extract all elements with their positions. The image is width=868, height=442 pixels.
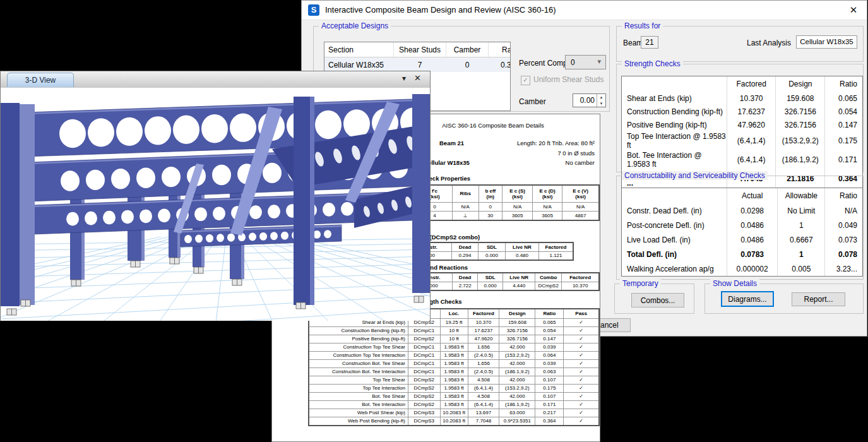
- table-cell: Construction Top Tee Shear: [309, 343, 408, 352]
- table-cell: ⊥: [452, 212, 479, 221]
- table-cell: 4.508: [468, 393, 499, 401]
- column-header: Factored: [468, 309, 499, 319]
- table-row: Bot. Tee Interaction @ 1.9583 ft(6.4,1.4…: [622, 150, 862, 169]
- table-cell: 0.480: [506, 252, 539, 261]
- 3d-view-window: 3-D View ▾ ✕: [0, 71, 431, 321]
- table-cell: 42.000: [499, 393, 535, 401]
- table-cell: DCmpS2: [408, 335, 440, 343]
- table-cell: Construction Bending (kip-ft): [309, 327, 408, 335]
- camber-spinner[interactable]: 0.00 ▲ ▼: [573, 93, 606, 107]
- table-cell: DCmpC1: [408, 352, 440, 360]
- table-cell: 19.25 ft: [440, 319, 468, 327]
- end-reactions-heading: End Reactions: [426, 264, 468, 271]
- uniform-shear-studs-checkbox[interactable]: ✓: [521, 76, 530, 85]
- diagrams-button[interactable]: Diagrams...: [721, 291, 774, 307]
- table-cell: 0.175: [535, 385, 564, 393]
- table-cell: (2.4,0.5): [468, 368, 499, 376]
- table-cell: Positive Bending (kip-ft): [622, 118, 727, 131]
- column-header: Ribs: [452, 185, 479, 203]
- spinner-up-icon[interactable]: ▲: [597, 94, 605, 100]
- table-row[interactable]: Cellular W18x35700.364: [324, 57, 511, 73]
- dialog-title: Interactive Composite Beam Design and Re…: [325, 5, 556, 15]
- column-header: Pass: [564, 309, 599, 319]
- column-header: [622, 188, 727, 203]
- spinner-buttons[interactable]: ▲ ▼: [597, 94, 605, 107]
- table-cell: ✓: [564, 393, 599, 401]
- table-cell: N/A: [502, 203, 533, 212]
- table-cell: 159.608: [776, 92, 825, 105]
- table-cell: ✓: [564, 319, 599, 327]
- report-title: AISC 360-16 Composite Beam Details: [411, 122, 575, 129]
- table-cell: (6.4,1.4): [468, 401, 499, 409]
- results-for-group: Results for Beam 21 Last Analysis Cellul…: [616, 26, 864, 62]
- table-cell: 159.608: [499, 319, 535, 327]
- table-cell: 42.000: [499, 360, 535, 368]
- 3d-model-canvas[interactable]: [1, 88, 430, 321]
- percent-comp-dropdown[interactable]: 0 ▾: [565, 55, 606, 69]
- column-header: [622, 76, 727, 92]
- table-cell: 30: [479, 212, 502, 221]
- group-label: Show Details: [710, 279, 759, 288]
- table-header-row: Constr.DeadSDLLive NRComboFactored: [410, 273, 599, 282]
- app-logo-icon: S: [308, 4, 319, 16]
- dialog-titlebar: S Interactive Composite Beam Design and …: [302, 1, 867, 20]
- table-cell: Construction Bending (kip-ft): [622, 105, 727, 118]
- table-cell: N/A: [825, 203, 862, 218]
- table-cell: 13.697: [468, 409, 499, 417]
- table-cell: Construction Bot. Tee Interaction: [309, 368, 408, 376]
- 3d-viewport[interactable]: [1, 88, 430, 321]
- column-header: Section: [324, 42, 394, 57]
- table-cell: 0.0298: [727, 203, 778, 218]
- table-cell: Positive Bending (kip-ft): [309, 335, 408, 343]
- group-label: Constructability and Serviceability Chec…: [622, 171, 768, 180]
- column-header: Combo: [535, 273, 562, 282]
- table-row: Total Defl. (in)0.078310.078: [622, 247, 862, 261]
- table-cell: ✓: [564, 368, 599, 376]
- column-header: E c (S) (ksi): [502, 185, 533, 203]
- table-cell: N/A: [533, 203, 562, 212]
- table-cell: 1.9583 ft: [440, 360, 468, 368]
- table-cell: 0.6667: [778, 232, 825, 247]
- acceptable-designs-table[interactable]: SectionShear StudsCamberRatioCellular W1…: [324, 42, 511, 72]
- report-beam-id: Beam 21: [439, 140, 464, 146]
- close-icon[interactable]: ✕: [414, 73, 421, 83]
- table-cell: ✓: [564, 409, 599, 417]
- table-cell: 0.000002: [727, 261, 778, 276]
- column-header: b eff (in): [479, 185, 502, 203]
- table-cell: ✓: [564, 360, 599, 368]
- group-label: Strength Checks: [622, 59, 683, 68]
- table-cell: 0.0783: [727, 247, 778, 261]
- table-cell: Construction Bot. Tee Shear: [309, 360, 408, 368]
- 3d-view-titlebar[interactable]: 3-D View ▾ ✕: [1, 71, 430, 88]
- table-cell: DCmpC1: [408, 343, 440, 352]
- beam-number-field[interactable]: 21: [641, 36, 658, 49]
- table-cell: 0.000: [477, 282, 502, 291]
- column-header: Dead: [453, 273, 478, 282]
- table-cell: 10.370: [468, 319, 499, 327]
- group-label: Results for: [622, 21, 663, 30]
- table-cell: 1: [778, 247, 825, 261]
- table-cell: ✓: [564, 401, 599, 409]
- column-header: Ratio: [489, 42, 511, 57]
- tab-3d-view[interactable]: 3-D View: [7, 73, 74, 87]
- table-cell: Web Post Shear (kip): [309, 409, 408, 417]
- table-row: Top Tee Interaction @ 1.9583 ft(6.4,1.4)…: [622, 131, 862, 150]
- report-button[interactable]: Report...: [792, 292, 845, 306]
- table-cell: 0.364: [489, 57, 511, 73]
- spinner-down-icon[interactable]: ▼: [597, 100, 605, 107]
- table-cell: 7: [394, 57, 446, 73]
- table-cell: DCmpS2: [535, 282, 562, 291]
- collapse-icon[interactable]: ▾: [402, 74, 406, 83]
- report-length-line: Length: 20 ft Trib. Area: 80 ft²: [517, 140, 595, 146]
- close-icon[interactable]: ✕: [847, 4, 860, 16]
- table-cell: 0.171: [535, 401, 564, 409]
- last-analysis-value: Cellular W18x35: [796, 35, 857, 49]
- table-header-row: SectionShear StudsCamberRatio: [324, 42, 511, 57]
- table-cell: 2.722: [453, 282, 478, 291]
- combos-button[interactable]: Combos...: [631, 293, 684, 308]
- table-cell: 0.078: [825, 247, 862, 261]
- table-cell: 0.217: [535, 409, 564, 417]
- table-row: Positive Bending (kip-ft)47.9620326.7156…: [622, 118, 862, 131]
- table-cell: Construction Top Tee Interaction: [309, 352, 408, 360]
- table-row: Top Tee InteractionDCmpS21.9583 ft(6.4,1…: [309, 385, 599, 393]
